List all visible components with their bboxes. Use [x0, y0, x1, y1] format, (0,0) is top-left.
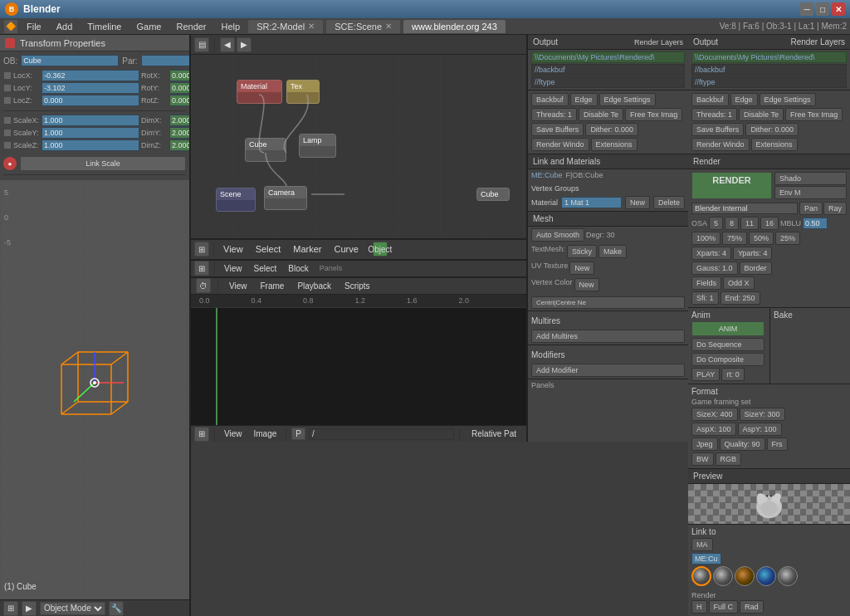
link-scale-button[interactable]: Link Scale	[20, 156, 186, 171]
relative-path-btn[interactable]: Relative Pat	[465, 428, 523, 440]
menu-render[interactable]: Render	[169, 20, 212, 33]
play-icon[interactable]: ▶	[22, 601, 37, 616]
camera-node[interactable]: Camera	[264, 186, 307, 210]
loc-x-lock[interactable]	[3, 71, 12, 80]
odd-x-btn[interactable]: Odd X	[723, 276, 755, 290]
ob-value-input[interactable]	[21, 55, 119, 66]
tl-view[interactable]: View	[225, 281, 252, 291]
threads-btn[interactable]: Threads: 1	[531, 108, 577, 121]
loc-y-input[interactable]	[42, 82, 139, 94]
link-to-ma-btn[interactable]: MA	[691, 538, 713, 551]
p25-btn[interactable]: 25%	[775, 232, 800, 245]
transform-props-close[interactable]	[5, 38, 15, 48]
cube-right-node[interactable]: Cube	[476, 188, 510, 201]
add-multires-btn[interactable]: Add Multires	[531, 330, 685, 343]
minimize-button[interactable]: ─	[800, 2, 813, 16]
viewport-type-icon[interactable]: ⊞	[194, 242, 209, 257]
node-canvas[interactable]: Material Tex Cube	[191, 55, 526, 238]
pan-btn[interactable]: Pan	[799, 202, 823, 215]
size-y-btn[interactable]: SizeY: 300	[740, 408, 785, 421]
menu-add[interactable]: Add	[50, 20, 80, 33]
tab-blender-org[interactable]: www.blender.org 243	[403, 20, 506, 33]
h-btn[interactable]: H	[691, 600, 707, 614]
menu-curve[interactable]: Curve	[329, 242, 363, 256]
timeline-content[interactable]	[191, 308, 526, 425]
menu-select[interactable]: Select	[251, 242, 286, 256]
fields-btn[interactable]: Fields	[691, 276, 721, 290]
menu-timeline[interactable]: Timeline	[81, 20, 128, 33]
edge-btn[interactable]: Edge	[570, 93, 598, 106]
material-node[interactable]: Material	[237, 80, 282, 104]
node-editor-icon[interactable]: ▤	[194, 37, 209, 52]
frs-btn[interactable]: Frs	[767, 438, 788, 451]
menu-file[interactable]: File	[20, 20, 48, 33]
node-in-icon[interactable]: ◀	[220, 37, 235, 52]
tab-sr2-model[interactable]: SR:2-Model ✕	[248, 20, 323, 33]
osa-8-btn[interactable]: 8	[725, 217, 739, 230]
add-modifier-btn[interactable]: Add Modifier	[531, 364, 685, 377]
tab-close-1[interactable]: ✕	[385, 22, 392, 31]
mat-del-btn[interactable]: Delete	[653, 196, 685, 209]
centri-btn[interactable]: Centri|Centre Ne	[531, 296, 685, 309]
size-x-btn[interactable]: SizeX: 400	[691, 408, 738, 421]
tab-close-0[interactable]: ✕	[308, 22, 315, 31]
osa-5-btn[interactable]: 5	[709, 217, 723, 230]
tl-icon[interactable]: ⏱	[196, 278, 211, 293]
free-tex-far-btn[interactable]: Free Tex Imag	[785, 108, 843, 121]
view-icon[interactable]: ⊞	[3, 601, 18, 616]
render-windo-far-btn[interactable]: Render Windo	[691, 138, 750, 151]
scale-z-input[interactable]	[42, 139, 139, 151]
scale-x-input[interactable]	[42, 115, 139, 126]
tl-playback[interactable]: Playback	[293, 281, 335, 291]
menu-marker[interactable]: Marker	[288, 242, 326, 256]
mblu-input[interactable]	[803, 218, 828, 229]
object-mode-select[interactable]: Object Mode	[40, 602, 105, 615]
osa-11-btn[interactable]: 11	[740, 217, 759, 230]
edge-settings-btn[interactable]: Edge Settings	[599, 93, 656, 106]
scale-z-lock[interactable]	[3, 141, 12, 149]
dither-far-btn[interactable]: Dither: 0.000	[745, 123, 799, 136]
path-input[interactable]	[309, 428, 454, 440]
scale-y-lock[interactable]	[3, 129, 12, 137]
save-buffers-far-btn[interactable]: Save Buffers	[691, 123, 744, 136]
blend-internal[interactable]: Blender Internal	[691, 203, 798, 214]
ray-btn[interactable]: Ray	[823, 202, 847, 215]
p50-btn[interactable]: 50%	[749, 232, 774, 245]
auto-smooth-btn[interactable]: Auto Smooth	[531, 228, 584, 242]
uv-new-btn[interactable]: New	[569, 262, 594, 275]
p75-btn[interactable]: 75%	[722, 232, 747, 245]
disable-te-far-btn[interactable]: Disable Te	[739, 108, 784, 121]
mode-icon[interactable]: 🔧	[109, 601, 124, 616]
bottom-view[interactable]: View	[220, 263, 247, 274]
render-windo-btn[interactable]: Render Windo	[531, 138, 589, 151]
tex-node[interactable]: Tex	[286, 80, 320, 104]
asp-x-btn[interactable]: AspX: 100	[691, 423, 736, 436]
border-btn[interactable]: Border	[740, 262, 772, 275]
loc-z-lock[interactable]	[3, 96, 12, 105]
save-buffers-btn[interactable]: Save Buffers	[531, 123, 584, 136]
make-btn[interactable]: Make	[598, 245, 627, 258]
mat-sphere-2[interactable]	[735, 566, 755, 586]
play-btn[interactable]: PLAY	[691, 368, 720, 381]
tl-scripts[interactable]: Scripts	[340, 281, 374, 291]
mat-sphere-4[interactable]	[778, 566, 798, 586]
p-button[interactable]: P	[291, 428, 305, 440]
full-c-btn[interactable]: Full C	[709, 600, 739, 614]
osa-16-btn[interactable]: 16	[760, 217, 779, 230]
rgb-btn[interactable]: RGB	[716, 452, 742, 466]
loc-z-input[interactable]	[42, 95, 139, 106]
quality-btn[interactable]: Quality: 90	[720, 438, 765, 451]
mat-index[interactable]: 1 Mat 1	[561, 197, 622, 208]
edge-settings-far-btn[interactable]: Edge Settings	[760, 93, 816, 106]
disable-te-btn[interactable]: Disable Te	[579, 108, 623, 121]
loc-y-lock[interactable]	[3, 84, 12, 92]
scale-x-lock[interactable]	[3, 116, 12, 125]
dim-x-input[interactable]	[169, 115, 191, 126]
bw-btn[interactable]: BW	[691, 452, 714, 466]
yparts-btn[interactable]: Yparts: 4	[733, 247, 772, 260]
extensions-far-btn[interactable]: Extensions	[751, 138, 798, 151]
backbuf-far-btn[interactable]: Backbuf	[691, 93, 729, 106]
rt-btn[interactable]: rt: 0	[721, 368, 745, 381]
lamp-node[interactable]: Lamp	[299, 134, 336, 158]
do-composite-btn[interactable]: Do Composite	[691, 353, 765, 366]
